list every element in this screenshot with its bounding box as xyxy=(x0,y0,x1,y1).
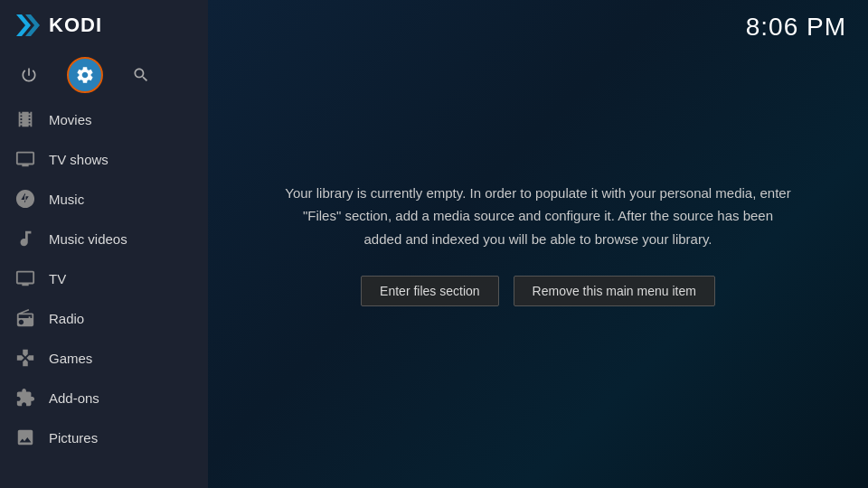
movies-icon xyxy=(14,108,36,130)
remove-menu-item-button[interactable]: Remove this main menu item xyxy=(514,276,715,306)
header-icon-bar xyxy=(0,50,208,99)
enter-files-button[interactable]: Enter files section xyxy=(361,276,499,306)
sidebar-item-music[interactable]: Music xyxy=(0,179,208,219)
sidebar-item-musicvideos[interactable]: Music videos xyxy=(0,219,208,258)
search-button[interactable] xyxy=(121,55,161,95)
settings-button[interactable] xyxy=(65,55,105,95)
time-display: 8:06 PM xyxy=(746,13,846,42)
sidebar-item-pictures[interactable]: Pictures xyxy=(0,418,208,457)
music-icon xyxy=(14,188,36,210)
pictures-icon xyxy=(14,427,36,448)
tvshows-icon xyxy=(14,148,36,170)
addons-label: Add-ons xyxy=(49,390,99,406)
sidebar-item-tv[interactable]: TV xyxy=(0,258,208,298)
musicvideos-label: Music videos xyxy=(49,231,127,247)
content-area: Your library is currently empty. In orde… xyxy=(231,145,845,343)
games-icon xyxy=(14,347,36,369)
sidebar-item-games[interactable]: Games xyxy=(0,338,208,378)
games-label: Games xyxy=(49,351,92,366)
sidebar-item-tvshows[interactable]: TV shows xyxy=(0,139,208,179)
musicvideos-icon xyxy=(14,228,36,249)
tvshows-label: TV shows xyxy=(49,152,108,167)
radio-icon xyxy=(14,307,36,329)
nav-list: Movies TV shows Music Music videos TV xyxy=(0,99,208,488)
sidebar-item-addons[interactable]: Add-ons xyxy=(0,378,208,418)
search-icon xyxy=(132,66,150,84)
kodi-logo-icon xyxy=(13,11,42,40)
settings-circle xyxy=(67,57,103,93)
pictures-label: Pictures xyxy=(49,430,98,446)
sidebar-item-radio[interactable]: Radio xyxy=(0,298,208,338)
settings-icon xyxy=(75,65,95,85)
tv-label: TV xyxy=(49,271,66,286)
music-label: Music xyxy=(49,192,84,207)
power-button[interactable] xyxy=(9,55,49,95)
power-icon xyxy=(20,66,38,84)
tv-icon xyxy=(14,267,36,289)
radio-label: Radio xyxy=(49,311,84,326)
sidebar: KODI Movi xyxy=(0,0,208,488)
main-content: 8:06 PM Your library is currently empty.… xyxy=(208,0,868,488)
app-title: KODI xyxy=(49,14,102,37)
library-empty-message: Your library is currently empty. In orde… xyxy=(285,182,791,251)
sidebar-item-movies[interactable]: Movies xyxy=(0,99,208,139)
action-buttons: Enter files section Remove this main men… xyxy=(361,276,715,306)
sidebar-logo-row: KODI xyxy=(0,0,208,50)
addons-icon xyxy=(14,387,36,408)
movies-label: Movies xyxy=(49,112,92,127)
